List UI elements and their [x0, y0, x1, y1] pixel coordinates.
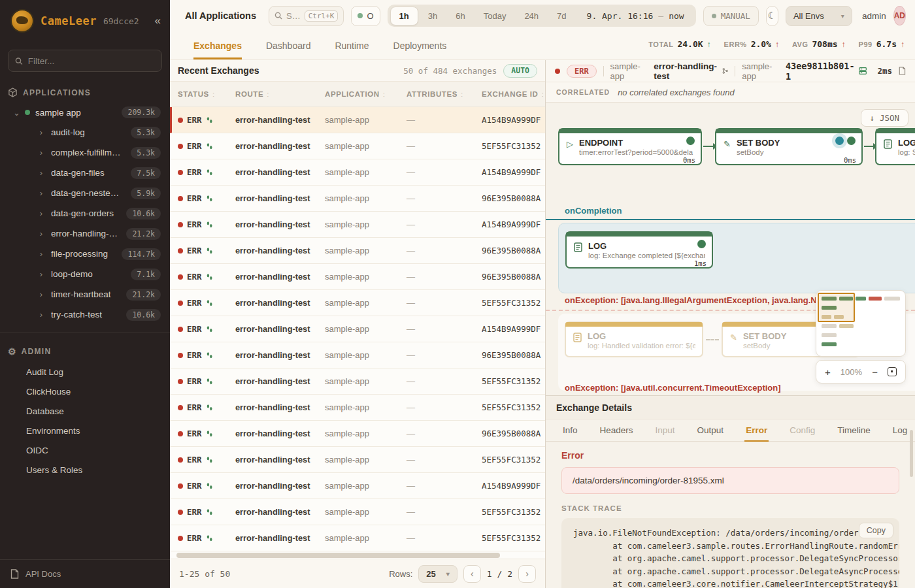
fit-view-button[interactable] [888, 367, 897, 376]
detail-tab-config[interactable]: Config [788, 419, 816, 442]
sidebar-route-file-processing[interactable]: ›file-processing114.7k [0, 244, 170, 264]
column-header-application[interactable]: APPLICATION: [325, 90, 407, 98]
manual-refresh-button[interactable]: MANUAL [703, 6, 759, 26]
download-json-button[interactable]: ↓ JSON [861, 109, 908, 127]
application-cell: sample-app [325, 298, 407, 308]
detail-tab-info[interactable]: Info [561, 419, 579, 442]
flow-node-endpoint[interactable]: ▷ ENDPOINT timer:errorTest?period=5000&d… [558, 128, 702, 165]
table-row[interactable]: ERRerror-handling-testsample-app—A154B9A… [170, 473, 545, 499]
tab-runtime[interactable]: Runtime [335, 31, 369, 59]
time-range-3h[interactable]: 3h [420, 7, 446, 25]
table-row[interactable]: ERRerror-handling-testsample-app—5EF55FC… [170, 499, 545, 525]
global-search[interactable]: S… Ctrl+K [269, 6, 344, 26]
dark-mode-toggle[interactable]: ☾ [766, 6, 778, 26]
column-header-exchange-id[interactable]: EXCHANGE ID: [482, 90, 545, 98]
auto-refresh-badge[interactable]: AUTO [503, 64, 537, 78]
sidebar-item-clickhouse[interactable]: ClickHouse [0, 382, 170, 401]
table-row[interactable]: ERRerror-handling-testsample-app—96E395B… [170, 264, 545, 290]
sidebar-collapse-icon[interactable]: « [155, 14, 161, 27]
table-row[interactable]: ERRerror-handling-testsample-app—5EF55FC… [170, 290, 545, 316]
next-page-button[interactable]: › [518, 565, 536, 583]
tab-deployments[interactable]: Deployments [393, 31, 447, 59]
copy-button[interactable]: Copy [859, 523, 893, 538]
flow-node-setbody[interactable]: ✎ SET BODY setBody 0ms [715, 128, 863, 165]
scrollbar-thumb[interactable] [176, 553, 500, 558]
sidebar-app-sample-app[interactable]: ⌄ sample app 209.3k [0, 103, 170, 122]
table-row[interactable]: ERRerror-handling-testsample-app—96E395B… [170, 186, 545, 212]
detail-tab-output[interactable]: Output [696, 419, 725, 442]
table-row[interactable]: ERRerror-handling-testsample-app—A154B9A… [170, 107, 545, 133]
detail-tab-log[interactable]: Log [891, 419, 909, 442]
column-header-route[interactable]: ROUTE: [235, 90, 325, 98]
status-label: ERR [187, 220, 202, 229]
online-status-button[interactable]: O [351, 6, 380, 26]
table-row[interactable]: ERRerror-handling-testsample-app—96E395B… [170, 238, 545, 264]
sidebar-route-data-gen-orders[interactable]: ›data-gen-orders10.6k [0, 203, 170, 223]
time-range-24h[interactable]: 24h [516, 7, 547, 25]
zoom-in-button[interactable]: + [825, 367, 831, 378]
detail-tab-error[interactable]: Error [744, 419, 769, 442]
sidebar-item-environments[interactable]: Environments [0, 421, 170, 440]
avatar[interactable]: AD [893, 6, 906, 25]
sidebar-route-data-gen-neste[interactable]: ›data-gen-neste…5.9k [0, 183, 170, 203]
table-row[interactable]: ERRerror-handling-testsample-app—5EF55FC… [170, 133, 545, 159]
time-range-today[interactable]: Today [475, 7, 515, 25]
filter-input[interactable] [28, 56, 155, 66]
table-row[interactable]: ERRerror-handling-testsample-app—5EF55FC… [170, 395, 545, 421]
table-row[interactable]: ERRerror-handling-testsample-app—96E395B… [170, 342, 545, 368]
time-range-7d[interactable]: 7d [548, 7, 574, 25]
table-row[interactable]: ERRerror-handling-testsample-app—A154B9A… [170, 159, 545, 186]
flow-node-oncompletion-log[interactable]: LOG log: Exchange completed [${exchan 1m… [565, 231, 713, 269]
sidebar-item-api-docs[interactable]: API Docs [0, 559, 170, 588]
detail-tab-headers[interactable]: Headers [599, 419, 635, 442]
time-range-6h[interactable]: 6h [447, 7, 473, 25]
tab-exchanges[interactable]: Exchanges [193, 31, 242, 59]
application-cell: sample-app [325, 533, 407, 543]
sidebar-item-audit-log[interactable]: Audit Log [0, 362, 170, 382]
detail-tab-timeline[interactable]: Timeline [836, 419, 872, 442]
detail-route-name[interactable]: error-handling-test [654, 61, 728, 81]
table-row[interactable]: ERRerror-handling-testsample-app—5EF55FC… [170, 525, 545, 551]
sidebar-route-error-handling[interactable]: ›error-handling-…21.2k [0, 223, 170, 244]
table-row[interactable]: ERRerror-handling-testsample-app—96E395B… [170, 421, 545, 447]
minimap-viewport[interactable] [818, 293, 855, 322]
application-cell: sample-app [325, 350, 407, 360]
sidebar-item-database[interactable]: Database [0, 401, 170, 421]
attributes-cell: — [407, 350, 482, 360]
tab-dashboard[interactable]: Dashboard [266, 31, 311, 59]
sidebar-route-try-catch-test[interactable]: ›try-catch-test10.6k [0, 304, 170, 325]
table-row[interactable]: ERRerror-handling-testsample-app—A154B9A… [170, 316, 545, 342]
table-row[interactable]: ERRerror-handling-testsample-app—A154B9A… [170, 212, 545, 238]
time-range-1h[interactable]: 1h [390, 7, 418, 25]
sidebar-filter[interactable] [8, 50, 162, 72]
table-row[interactable]: ERRerror-handling-testsample-app—5EF55FC… [170, 447, 545, 473]
environment-select[interactable]: All Envs ▾ [786, 6, 852, 26]
date-range-display[interactable]: 9. Apr. 16:16 – now [576, 11, 693, 21]
sidebar-route-complex-fulfillm[interactable]: ›complex-fulfillm…5.3k [0, 142, 170, 163]
zoom-out-button[interactable]: − [872, 367, 878, 378]
sidebar-route-data-gen-files[interactable]: ›data-gen-files7.5k [0, 163, 170, 183]
sidebar-route-audit-log[interactable]: ›audit-log5.3k [0, 122, 170, 142]
sidebar-route-timer-heartbeat[interactable]: ›timer-heartbeat21.2k [0, 284, 170, 304]
document-icon[interactable] [899, 66, 906, 76]
stack-trace-line: java.io.FileNotFoundException: /data/ord… [573, 527, 899, 540]
route-label: complex-fulfillm… [51, 148, 121, 157]
sidebar-item-oidc[interactable]: OIDC [0, 440, 170, 460]
flow-minimap[interactable] [816, 290, 906, 357]
exchange-id[interactable]: 43ee9811b801-1 [786, 61, 867, 82]
prev-page-button[interactable]: ‹ [463, 565, 481, 583]
column-header-attributes[interactable]: ATTRIBUTES: [407, 90, 482, 98]
sidebar-item-users-roles[interactable]: Users & Roles [0, 460, 170, 480]
detail-tab-input[interactable]: Input [654, 419, 676, 442]
table-row[interactable]: ERRerror-handling-testsample-app—5EF55FC… [170, 368, 545, 395]
column-header-status[interactable]: STATUS: [178, 90, 235, 98]
sidebar-route-loop-demo[interactable]: ›loop-demo7.1k [0, 264, 170, 284]
detail-tab-label: Headers [600, 425, 633, 435]
route-count-badge: 5.9k [131, 188, 161, 199]
details-scrollbar[interactable] [910, 430, 913, 477]
log-icon [574, 242, 582, 252]
rows-per-page-select[interactable]: 25 ▾ [418, 565, 458, 583]
route-flow-canvas[interactable]: ↓ JSON ▷ ENDPOINT timer:errorTest?period… [546, 103, 915, 395]
flow-node-exception-log[interactable]: LOG log: Handled validation error: ${exc… [565, 321, 703, 357]
flow-node-log[interactable]: LOG log: Sta [875, 128, 915, 165]
